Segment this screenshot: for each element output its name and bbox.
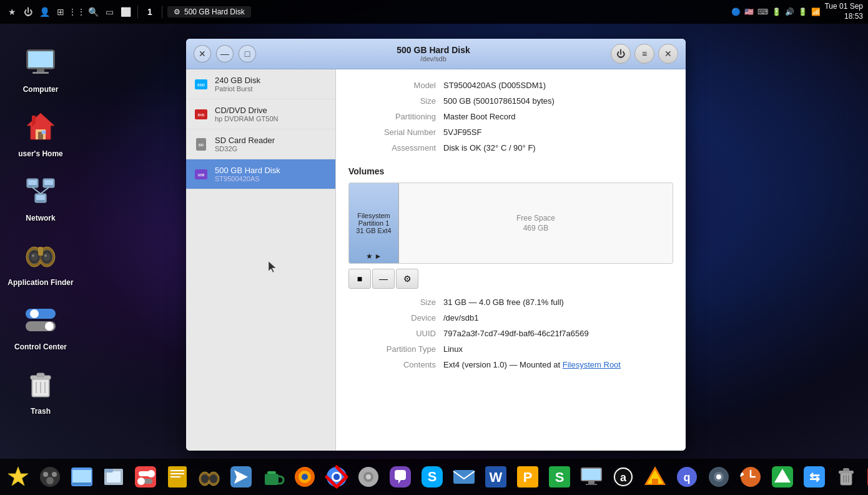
dock-silver[interactable] [353, 461, 384, 492]
star-icon[interactable]: ★ [5, 5, 19, 19]
svg-rect-56 [104, 469, 113, 472]
svg-rect-15 [44, 180, 53, 185]
dock-catfish[interactable] [34, 461, 66, 492]
taskbar-top-left: ★ ⏻ 👤 ⊞ ⋮⋮ 🔍 ▭ ⬜ 1 ⚙ 500 GB Hard Disk [5, 5, 731, 19]
volume-controls: ■ — ⚙ [348, 269, 673, 289]
dock-skype[interactable]: S [417, 461, 448, 492]
battery2-icon[interactable]: 🔋 [798, 8, 807, 16]
volume-partition-1[interactable]: Filesystem Partition 1 31 GB Ext4 ★ ► [349, 183, 399, 263]
clock-time: 18:53 [824, 12, 863, 22]
flag-icon[interactable]: 🇺🇸 [744, 8, 754, 16]
taskbar-top-right: 🔵 🇺🇸 ⌨ 🔋 🔊 🔋 📶 Tue 01 Sep 18:53 [731, 2, 863, 21]
dock-finder[interactable] [66, 461, 97, 492]
dock-smartgit[interactable] [767, 461, 798, 492]
dock-sheets[interactable]: S [544, 461, 575, 492]
dock-trash2[interactable] [831, 461, 862, 492]
dock-cup[interactable] [257, 461, 289, 492]
sidebar-item-sdcard[interactable]: SD SD Card Reader SD32G [186, 129, 335, 159]
svg-rect-2 [37, 69, 44, 72]
dock-monitor2[interactable] [576, 461, 607, 492]
home-icon-img [21, 107, 61, 147]
filesystem-root-link[interactable]: Filesystem Root [563, 360, 621, 369]
dock-ppt[interactable]: P [512, 461, 543, 492]
dock-steam[interactable] [703, 461, 734, 492]
close2-button[interactable]: ✕ [658, 44, 678, 64]
partitioning-label: Partitioning [348, 111, 436, 122]
computer-svg [23, 45, 58, 80]
apps-icon[interactable]: ⋮⋮ [70, 5, 84, 19]
dock-vlc[interactable] [639, 461, 671, 492]
signal-icon[interactable]: 📶 [811, 8, 821, 16]
battery-icon[interactable]: 🔋 [772, 8, 781, 16]
vol-settings-button[interactable]: ⚙ [396, 269, 418, 289]
desktop-icon-network[interactable]: Network [3, 166, 78, 228]
sidebar-item-hdd500[interactable]: USB 500 GB Hard Disk ST9500420AS [186, 159, 335, 189]
desktop-icon-app-finder[interactable]: Application Finder [3, 231, 78, 292]
dock-viber[interactable] [385, 461, 416, 492]
fullscreen-icon[interactable]: ⬜ [119, 5, 132, 19]
volume-icon[interactable]: 🔊 [785, 8, 794, 16]
svg-point-48 [43, 472, 48, 477]
dock-files[interactable] [98, 461, 129, 492]
window-controls: ✕ — □ [194, 45, 256, 62]
desktop-icon-home[interactable]: user's Home [3, 102, 78, 163]
vol-stop-button[interactable]: ■ [348, 269, 371, 289]
dock-mail[interactable] [448, 461, 480, 492]
size-value: 500 GB (500107861504 bytes) [443, 95, 673, 107]
window-icon[interactable]: ▭ [102, 5, 116, 19]
vol-minus-button[interactable]: — [372, 269, 395, 289]
bluetooth-icon[interactable]: 🔵 [731, 8, 741, 16]
dock-qbittorrent[interactable]: q [671, 461, 703, 492]
hdd500-name: 500 GB Hard Disk [215, 166, 280, 175]
serial-value: 5VJF95SF [443, 126, 673, 138]
dock-binoculars[interactable] [194, 461, 225, 492]
minimize-button[interactable]: — [216, 45, 234, 62]
close-button[interactable]: ✕ [194, 45, 211, 62]
keyboard-icon[interactable]: ⌨ [757, 8, 768, 16]
dock-firefox[interactable] [289, 461, 320, 492]
svg-rect-63 [170, 470, 184, 471]
svg-point-84 [366, 474, 371, 479]
dock-anydesk[interactable]: ⇆ [799, 461, 830, 492]
svg-point-24 [32, 254, 34, 257]
svg-point-25 [44, 254, 47, 257]
desktop: ★ ⏻ 👤 ⊞ ⋮⋮ 🔍 ▭ ⬜ 1 ⚙ 500 GB Hard Disk 🔵 … [0, 0, 868, 495]
control-center-icon-img [21, 300, 61, 340]
free-space-label: Free Space [516, 214, 555, 222]
sdcard-name: SD Card Reader [215, 136, 275, 145]
trash-icon-img [21, 364, 61, 404]
svg-rect-14 [28, 180, 37, 185]
dock-anon[interactable]: a [608, 461, 639, 492]
search-icon[interactable]: 🔍 [86, 5, 100, 19]
power-icon[interactable]: ⏻ [21, 5, 35, 19]
workspace-number[interactable]: 1 [143, 5, 157, 19]
dock-sw1[interactable] [130, 461, 161, 492]
grid-icon[interactable]: ⊞ [54, 5, 67, 19]
svg-rect-64 [170, 473, 184, 474]
dock-xfce-settings[interactable] [862, 461, 868, 492]
active-window-indicator[interactable]: ⚙ 500 GB Hard Disk [167, 6, 251, 18]
dock-chrome[interactable] [321, 461, 352, 492]
vol-parttype-value: Linux [443, 343, 673, 355]
desktop-icon-computer[interactable]: Computer [3, 38, 78, 99]
vol-size-label: Size [348, 296, 436, 308]
user-icon[interactable]: 👤 [37, 5, 51, 19]
svg-point-61 [137, 478, 145, 485]
dock-notes[interactable] [162, 461, 193, 492]
dock-timeshift[interactable] [735, 461, 766, 492]
sidebar-item-cddvd[interactable]: DVD CD/DVD Drive hp DVDRAM GT50N [186, 99, 335, 129]
power-button[interactable]: ⏻ [611, 44, 631, 64]
sidebar-item-ssd240[interactable]: SSD 240 GB Disk Patriot Burst [186, 69, 335, 99]
maximize-button[interactable]: □ [239, 45, 256, 62]
menu-button[interactable]: ≡ [634, 44, 654, 64]
desktop-icon-control-center[interactable]: Control Center [3, 295, 78, 356]
svg-line-13 [41, 188, 49, 194]
dock-word[interactable]: W [480, 461, 511, 492]
dock-send[interactable] [225, 461, 257, 492]
partition-play-icon: ► [375, 252, 382, 261]
svg-point-69 [201, 474, 209, 483]
dock-star[interactable] [2, 461, 34, 492]
drive-list-sidebar: SSD 240 GB Disk Patriot Burst DVD CD/DVD… [186, 69, 336, 451]
desktop-icon-trash[interactable]: Trash [3, 359, 78, 421]
home-svg [23, 109, 58, 144]
